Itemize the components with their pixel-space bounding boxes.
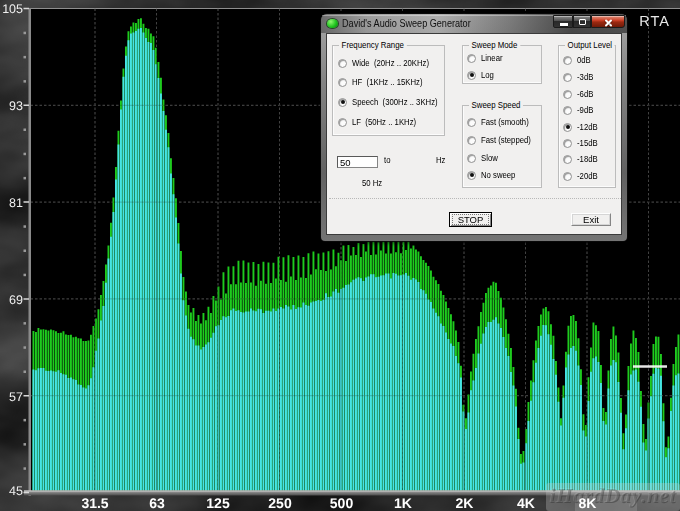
svg-text:125: 125	[206, 495, 230, 511]
svg-text:8K: 8K	[579, 495, 597, 511]
svg-text:31.5: 31.5	[81, 495, 108, 511]
svg-text:RTA: RTA	[639, 14, 670, 30]
svg-text:105: 105	[2, 2, 23, 16]
svg-text:iHardDay.net: iHardDay.net	[549, 483, 676, 507]
svg-text:500: 500	[330, 495, 354, 511]
svg-text:4K: 4K	[517, 495, 535, 511]
svg-text:57: 57	[9, 390, 23, 404]
svg-text:1K: 1K	[394, 495, 412, 511]
svg-text:63: 63	[149, 495, 165, 511]
svg-text:2K: 2K	[456, 495, 474, 511]
svg-text:93: 93	[9, 99, 23, 113]
svg-text:81: 81	[9, 196, 23, 210]
svg-text:69: 69	[9, 293, 23, 307]
svg-text:250: 250	[268, 495, 292, 511]
svg-text:45: 45	[9, 484, 23, 498]
